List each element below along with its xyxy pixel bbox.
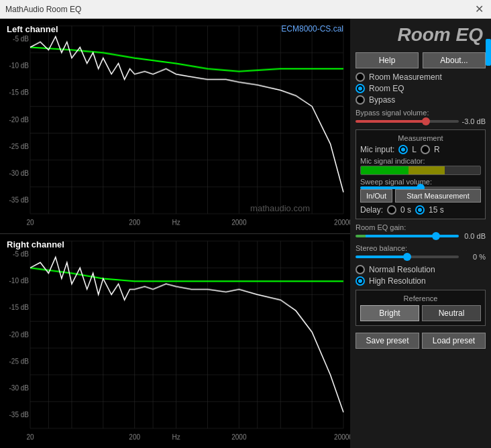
mic-r-label: R xyxy=(434,145,440,154)
cal-file-label: ECM8000-CS.cal xyxy=(281,24,343,34)
radio-room-eq xyxy=(356,84,365,93)
radio-delay-0s xyxy=(387,205,396,215)
mode-room-measurement[interactable]: Room Measurement xyxy=(356,72,486,82)
reference-buttons-row: Bright Neutral xyxy=(360,305,481,321)
room-eq-gain-slider[interactable] xyxy=(356,235,459,237)
room-eq-gain-section: Room EQ gain: 0.0 dB xyxy=(356,223,486,240)
delay-0s-label: 0 s xyxy=(400,205,411,215)
delay-row: Delay: 0 s 15 s xyxy=(360,205,481,215)
right-channel-label: Right channel xyxy=(7,239,64,249)
mic-input-row: Mic input: L R xyxy=(360,145,481,154)
app-title: MathAudio Room EQ xyxy=(5,5,81,14)
reference-box: Reference Bright Neutral xyxy=(356,290,486,326)
mic-l-label: L xyxy=(412,145,417,154)
delay-15s-option[interactable]: 15 s xyxy=(415,205,444,215)
reference-title: Reference xyxy=(360,294,481,302)
mic-signal-bar xyxy=(360,166,481,175)
charts-area: Left channel ECM8000-CS.cal mathaudio.co… xyxy=(0,19,350,448)
mic-signal-label: Mic signal indicator: xyxy=(360,157,481,165)
mode-room-eq[interactable]: Room EQ xyxy=(356,84,486,93)
mode-label-room-measurement: Room Measurement xyxy=(369,72,442,82)
preset-row: Save preset Load preset xyxy=(356,333,486,349)
radio-high-resolution xyxy=(356,276,365,286)
high-resolution-label: High Resolution xyxy=(369,276,426,286)
room-eq-gain-value: 0.0 dB xyxy=(461,232,486,240)
mode-bypass[interactable]: Bypass xyxy=(356,95,486,105)
radio-delay-15s xyxy=(415,205,425,215)
bypass-volume-section: Bypass signal volume: -3.0 dB xyxy=(356,109,486,125)
watermark: mathaudio.com xyxy=(250,203,310,213)
radio-mic-l xyxy=(398,145,408,154)
left-channel-chart: Left channel ECM8000-CS.cal mathaudio.co… xyxy=(0,19,350,234)
high-resolution-option[interactable]: High Resolution xyxy=(356,276,486,286)
start-measurement-button[interactable]: Start Measurement xyxy=(395,189,481,203)
mode-label-bypass: Bypass xyxy=(369,95,395,105)
inout-button[interactable]: In/Out xyxy=(360,189,392,203)
radio-mic-r xyxy=(421,145,430,154)
room-eq-gain-label: Room EQ gain: xyxy=(356,223,486,231)
normal-resolution-option[interactable]: Normal Resolution xyxy=(356,265,486,274)
delay-0s-option[interactable]: 0 s xyxy=(387,205,411,215)
close-button[interactable]: ✕ xyxy=(472,3,486,16)
stereo-balance-section: Stereo balance: 0 % xyxy=(356,244,486,261)
normal-resolution-label: Normal Resolution xyxy=(369,265,435,274)
neutral-button[interactable]: Neutral xyxy=(422,305,481,321)
mode-label-room-eq: Room EQ xyxy=(369,84,404,93)
save-preset-button[interactable]: Save preset xyxy=(356,333,419,349)
mic-l-option[interactable]: L xyxy=(398,145,417,154)
help-about-row: Help About... xyxy=(356,52,486,68)
load-preset-button[interactable]: Load preset xyxy=(422,333,486,349)
radio-bypass xyxy=(356,95,365,105)
bypass-volume-slider-row: -3.0 dB xyxy=(356,117,486,125)
stereo-balance-value: 0 % xyxy=(461,253,486,261)
help-button[interactable]: Help xyxy=(356,52,419,68)
left-channel-label: Left channel xyxy=(7,24,58,34)
bright-button[interactable]: Bright xyxy=(360,305,419,321)
right-panel: Room EQ Help About... Room Measurement R… xyxy=(350,19,491,448)
measurement-box: Measurement Mic input: L R Mic signal in… xyxy=(356,129,486,219)
bypass-volume-value: -3.0 dB xyxy=(461,117,486,125)
stereo-balance-slider-row: 0 % xyxy=(356,253,486,261)
delay-15s-label: 15 s xyxy=(429,205,444,215)
radio-normal-resolution xyxy=(356,265,365,274)
measurement-title: Measurement xyxy=(360,134,481,142)
scroll-indicator xyxy=(486,39,491,66)
inout-start-row: In/Out Start Measurement xyxy=(360,189,481,203)
right-channel-chart: Right channel xyxy=(0,234,350,449)
stereo-balance-label: Stereo balance: xyxy=(356,244,486,252)
room-eq-gain-slider-row: 0.0 dB xyxy=(356,232,486,240)
mic-input-label: Mic input: xyxy=(360,145,394,154)
bypass-volume-slider[interactable] xyxy=(356,120,459,123)
about-button[interactable]: About... xyxy=(423,52,486,68)
resolution-group: Normal Resolution High Resolution xyxy=(356,265,486,286)
room-eq-title: Room EQ xyxy=(356,24,486,46)
delay-label: Delay: xyxy=(360,205,383,215)
radio-room-measurement xyxy=(356,72,365,82)
title-bar: MathAudio Room EQ ✕ xyxy=(0,0,491,19)
stereo-balance-slider[interactable] xyxy=(356,256,459,258)
bypass-volume-label: Bypass signal volume: xyxy=(356,109,486,117)
mode-radio-group: Room Measurement Room EQ Bypass xyxy=(356,72,486,105)
mic-r-option[interactable]: R xyxy=(421,145,440,154)
